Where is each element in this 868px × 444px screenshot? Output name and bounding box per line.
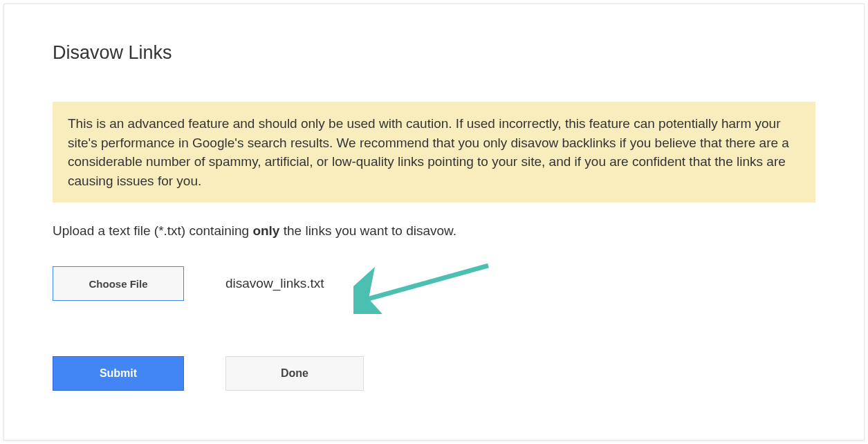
submit-button[interactable]: Submit [53, 356, 184, 391]
choose-file-button[interactable]: Choose File [53, 266, 184, 301]
instruction-prefix: Upload a text file (*.txt) containing [53, 223, 252, 238]
file-row: Choose File disavow_links.txt [53, 266, 815, 301]
page-title: Disavow Links [53, 42, 815, 64]
warning-text: This is an advanced feature and should o… [68, 114, 800, 190]
upload-instruction: Upload a text file (*.txt) containing on… [53, 223, 815, 239]
instruction-suffix: the links you want to disavow. [279, 223, 456, 238]
selected-file-name: disavow_links.txt [225, 276, 324, 291]
instruction-bold: only [252, 223, 279, 238]
done-button[interactable]: Done [225, 356, 364, 391]
warning-box: This is an advanced feature and should o… [53, 102, 815, 203]
disavow-panel: Disavow Links This is an advanced featur… [3, 3, 865, 441]
button-row: Submit Done [53, 356, 815, 391]
